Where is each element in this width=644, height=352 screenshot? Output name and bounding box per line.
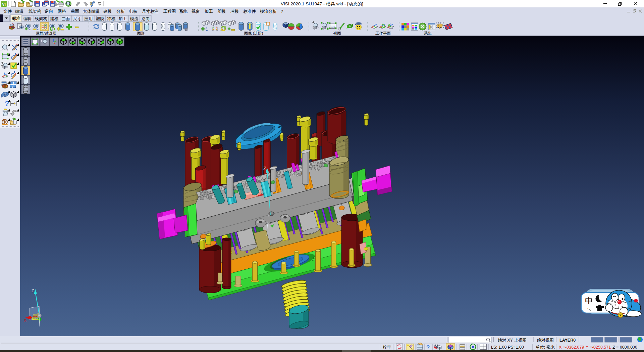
svg-text:塑模: 塑模	[217, 9, 226, 14]
svg-text:分析: 分析	[116, 9, 125, 14]
svg-text:Y =-0258.571: Y =-0258.571	[586, 345, 611, 350]
svg-text:系统: 系统	[179, 9, 188, 14]
svg-text:1:1: 1:1	[331, 25, 335, 28]
svg-text:X =-0362.079: X =-0362.079	[559, 345, 584, 350]
svg-text:Z: Z	[263, 166, 266, 171]
svg-text:编辑: 编辑	[15, 9, 23, 14]
svg-text:LS: 1.00 PS: 1.00: LS: 1.00 PS: 1.00	[491, 345, 524, 350]
svg-text:编辑: 编辑	[23, 16, 32, 21]
svg-text:文件: 文件	[3, 9, 12, 14]
svg-text:视窗: 视窗	[192, 9, 200, 14]
svg-text:曲面: 曲面	[71, 9, 79, 14]
svg-text:视图: 视图	[333, 31, 341, 35]
svg-text:模流分析: 模流分析	[260, 9, 277, 14]
svg-text:塑膜: 塑膜	[96, 16, 104, 21]
svg-text:曲面: 曲面	[62, 16, 70, 21]
svg-text:冲模: 冲模	[230, 9, 239, 14]
svg-text:绝对视图: 绝对视图	[537, 338, 554, 343]
svg-text:冲模: 冲模	[107, 16, 116, 21]
svg-text:LAYER0: LAYER0	[559, 338, 576, 343]
svg-text:中: 中	[585, 296, 593, 305]
svg-text:单位: 毫米: 单位: 毫米	[536, 345, 555, 350]
svg-text:绝对 XY 上视图: 绝对 XY 上视图	[498, 338, 527, 343]
svg-text:VISI 2020.1 SU1947 - 模具.wkf -: VISI 2020.1 SU1947 - 模具.wkf - [动态的]	[281, 1, 363, 6]
svg-text:Z: Z	[32, 289, 34, 293]
svg-text:Vi: Vi	[2, 2, 6, 7]
svg-text:网格: 网格	[58, 9, 66, 14]
svg-text:线架构: 线架构	[29, 9, 41, 14]
svg-text:尺寸标注: 尺寸标注	[142, 9, 159, 14]
svg-text:尺寸: 尺寸	[73, 16, 82, 21]
svg-text:图像 (进阶): 图像 (进阶)	[244, 31, 263, 35]
svg-text:图形: 图形	[137, 31, 145, 35]
svg-text:电极: 电极	[129, 9, 138, 14]
svg-text:拴牢: 拴牢	[383, 345, 391, 350]
svg-text:工程图: 工程图	[163, 9, 176, 14]
svg-text:应用: 应用	[85, 16, 93, 21]
svg-text:?: ?	[5, 99, 9, 108]
svg-text:加工: 加工	[119, 16, 127, 21]
svg-text:?: ?	[281, 9, 283, 14]
svg-text:建模: 建模	[50, 16, 59, 21]
svg-text:逆向: 逆向	[45, 9, 53, 14]
svg-text:': '	[587, 307, 588, 312]
svg-text:X: X	[24, 318, 26, 323]
svg-text:标准件: 标准件	[243, 9, 256, 14]
svg-text:建模: 建模	[103, 9, 112, 14]
svg-text:加工: 加工	[205, 9, 213, 14]
svg-text:模流: 模流	[130, 16, 139, 21]
svg-text:属性/过滤器: 属性/过滤器	[36, 31, 56, 35]
svg-text:工作平面: 工作平面	[375, 31, 391, 35]
svg-text:系统: 系统	[424, 31, 432, 35]
svg-text:线架构: 线架构	[35, 16, 47, 21]
svg-text:实体编辑: 实体编辑	[83, 9, 100, 14]
svg-text:?: ?	[426, 344, 430, 351]
svg-text:标准: 标准	[12, 16, 21, 21]
svg-text:逆向: 逆向	[142, 16, 150, 21]
svg-text:Z = 0000.000: Z = 0000.000	[612, 345, 637, 350]
